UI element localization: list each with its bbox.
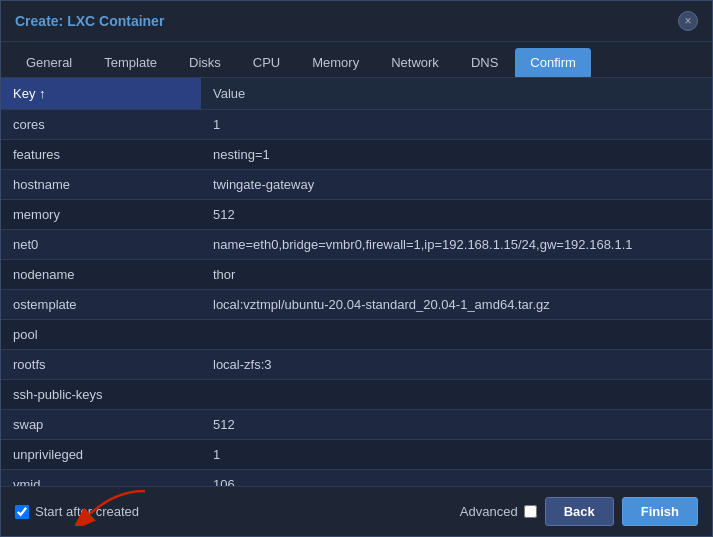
close-button[interactable]: × [678, 11, 698, 31]
tab-network[interactable]: Network [376, 48, 454, 77]
tab-memory[interactable]: Memory [297, 48, 374, 77]
table-cell-key: rootfs [1, 350, 201, 380]
title-bar: Create: LXC Container × [1, 1, 712, 42]
tab-confirm[interactable]: Confirm [515, 48, 591, 77]
advanced-checkbox[interactable] [524, 505, 537, 518]
table-cell-value [201, 380, 712, 410]
table-row: cores1 [1, 110, 712, 140]
table-row: ostemplatelocal:vztmpl/ubuntu-20.04-stan… [1, 290, 712, 320]
table-cell-key: memory [1, 200, 201, 230]
table-cell-key: ssh-public-keys [1, 380, 201, 410]
table-cell-key: pool [1, 320, 201, 350]
create-lxc-dialog: Create: LXC Container × General Template… [0, 0, 713, 537]
start-after-created-label[interactable]: Start after created [15, 504, 139, 519]
table-row: unprivileged1 [1, 440, 712, 470]
tab-disks[interactable]: Disks [174, 48, 236, 77]
tab-general[interactable]: General [11, 48, 87, 77]
table-row: memory512 [1, 200, 712, 230]
table-cell-value: 106 [201, 470, 712, 487]
table-cell-key: features [1, 140, 201, 170]
table-cell-value: name=eth0,bridge=vmbr0,firewall=1,ip=192… [201, 230, 712, 260]
table-cell-value: 1 [201, 440, 712, 470]
table-row: featuresnesting=1 [1, 140, 712, 170]
dialog-footer: Start after created Advanced Back [1, 486, 712, 536]
table-cell-value: 512 [201, 200, 712, 230]
table-cell-key: hostname [1, 170, 201, 200]
back-button[interactable]: Back [545, 497, 614, 526]
table-row: pool [1, 320, 712, 350]
table-cell-key: unprivileged [1, 440, 201, 470]
start-after-created-wrapper: Start after created [15, 504, 139, 519]
table-cell-key: ostemplate [1, 290, 201, 320]
tab-cpu[interactable]: CPU [238, 48, 295, 77]
table-cell-value: nesting=1 [201, 140, 712, 170]
advanced-label[interactable]: Advanced [460, 504, 537, 519]
col-header-key: Key ↑ [1, 78, 201, 110]
table-row: vmid106 [1, 470, 712, 487]
dialog-title: Create: LXC Container [15, 13, 164, 29]
tab-bar: General Template Disks CPU Memory Networ… [1, 42, 712, 78]
table-row: rootfslocal-zfs:3 [1, 350, 712, 380]
table-cell-value [201, 320, 712, 350]
confirm-table-container: Key ↑ Value cores1featuresnesting=1hostn… [1, 78, 712, 486]
table-row: ssh-public-keys [1, 380, 712, 410]
confirm-table: Key ↑ Value cores1featuresnesting=1hostn… [1, 78, 712, 486]
table-row: swap512 [1, 410, 712, 440]
table-cell-value: 1 [201, 110, 712, 140]
table-cell-value: local-zfs:3 [201, 350, 712, 380]
table-cell-value: thor [201, 260, 712, 290]
tab-template[interactable]: Template [89, 48, 172, 77]
table-row: net0name=eth0,bridge=vmbr0,firewall=1,ip… [1, 230, 712, 260]
table-cell-key: swap [1, 410, 201, 440]
col-header-value: Value [201, 78, 712, 110]
table-cell-key: cores [1, 110, 201, 140]
table-cell-key: net0 [1, 230, 201, 260]
table-row: hostnametwingate-gateway [1, 170, 712, 200]
finish-button[interactable]: Finish [622, 497, 698, 526]
table-row: nodenamethor [1, 260, 712, 290]
table-cell-value: local:vztmpl/ubuntu-20.04-standard_20.04… [201, 290, 712, 320]
table-cell-value: 512 [201, 410, 712, 440]
start-after-created-checkbox[interactable] [15, 505, 29, 519]
table-cell-key: vmid [1, 470, 201, 487]
close-icon: × [684, 14, 691, 28]
table-cell-value: twingate-gateway [201, 170, 712, 200]
footer-left: Start after created [15, 504, 139, 519]
table-cell-key: nodename [1, 260, 201, 290]
tab-dns[interactable]: DNS [456, 48, 513, 77]
footer-right: Advanced Back Finish [460, 497, 698, 526]
